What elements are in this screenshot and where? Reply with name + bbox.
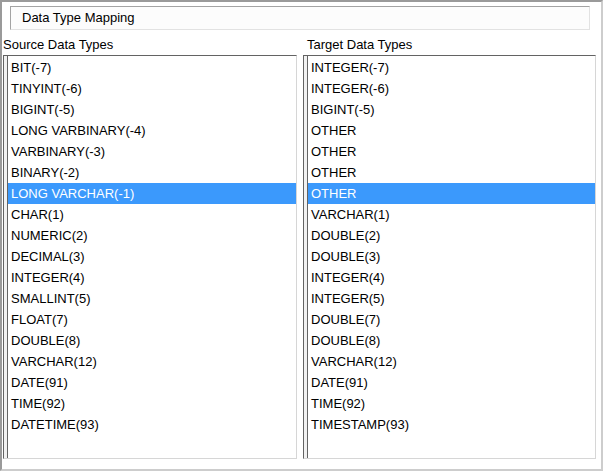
target-data-types-list[interactable]: INTEGER(-7)INTEGER(-6)BIGINT(-5)OTHEROTH…: [303, 55, 596, 459]
source-data-types-list[interactable]: BIT(-7)TINYINT(-6)BIGINT(-5)LONG VARBINA…: [3, 55, 297, 459]
list-item[interactable]: BIGINT(-5): [8, 99, 296, 120]
list-item[interactable]: CHAR(1): [8, 204, 296, 225]
list-item[interactable]: BINARY(-2): [8, 162, 296, 183]
list-item[interactable]: INTEGER(4): [308, 267, 595, 288]
list-item[interactable]: DOUBLE(2): [308, 225, 595, 246]
list-item[interactable]: TIMESTAMP(93): [308, 414, 595, 435]
list-item[interactable]: VARCHAR(1): [308, 204, 595, 225]
list-item[interactable]: DATE(91): [8, 372, 296, 393]
list-item[interactable]: INTEGER(4): [8, 267, 296, 288]
list-item[interactable]: DOUBLE(3): [308, 246, 595, 267]
source-list-label: Source Data Types: [3, 37, 113, 52]
list-item[interactable]: NUMERIC(2): [8, 225, 296, 246]
list-item[interactable]: INTEGER(-7): [308, 57, 595, 78]
list-item[interactable]: OTHER: [308, 120, 595, 141]
list-item[interactable]: INTEGER(5): [308, 288, 595, 309]
list-item[interactable]: VARBINARY(-3): [8, 141, 296, 162]
list-item[interactable]: DOUBLE(8): [8, 330, 296, 351]
list-item[interactable]: OTHER: [308, 183, 595, 204]
list-item[interactable]: BIGINT(-5): [308, 99, 595, 120]
list-item[interactable]: DOUBLE(7): [308, 309, 595, 330]
list-item[interactable]: OTHER: [308, 141, 595, 162]
target-list-body: INTEGER(-7)INTEGER(-6)BIGINT(-5)OTHEROTH…: [308, 56, 595, 458]
list-item[interactable]: FLOAT(7): [8, 309, 296, 330]
list-item[interactable]: TIME(92): [8, 393, 296, 414]
list-item[interactable]: DATETIME(93): [8, 414, 296, 435]
source-list-body: BIT(-7)TINYINT(-6)BIGINT(-5)LONG VARBINA…: [8, 56, 296, 458]
list-item[interactable]: TIME(92): [308, 393, 595, 414]
list-item[interactable]: VARCHAR(12): [308, 351, 595, 372]
target-list-label: Target Data Types: [307, 37, 412, 52]
list-item[interactable]: LONG VARCHAR(-1): [8, 183, 296, 204]
list-item[interactable]: DECIMAL(3): [8, 246, 296, 267]
list-item[interactable]: DATE(91): [308, 372, 595, 393]
list-item[interactable]: VARCHAR(12): [8, 351, 296, 372]
list-item[interactable]: OTHER: [308, 162, 595, 183]
list-item[interactable]: LONG VARBINARY(-4): [8, 120, 296, 141]
data-type-mapping-dialog: Data Type Mapping Source Data Types Targ…: [0, 0, 603, 471]
list-item[interactable]: INTEGER(-6): [308, 78, 595, 99]
list-item[interactable]: DOUBLE(8): [308, 330, 595, 351]
list-item[interactable]: BIT(-7): [8, 57, 296, 78]
list-item[interactable]: TINYINT(-6): [8, 78, 296, 99]
dialog-title-field: Data Type Mapping: [10, 6, 590, 30]
list-item[interactable]: SMALLINT(5): [8, 288, 296, 309]
